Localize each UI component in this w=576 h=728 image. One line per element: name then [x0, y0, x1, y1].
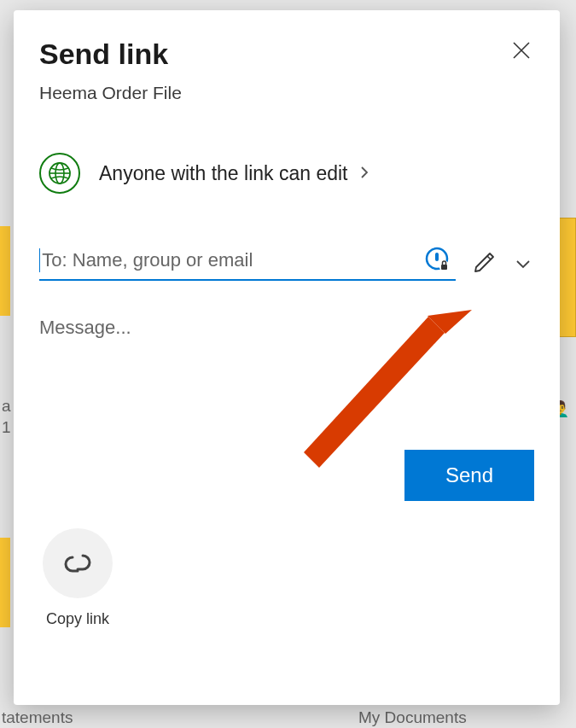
bg-text: My Documents	[358, 708, 467, 727]
send-row: Send	[39, 450, 534, 501]
chevron-down-icon	[515, 259, 531, 269]
copy-link-button[interactable]	[43, 528, 113, 598]
copy-link-section: Copy link	[39, 528, 116, 628]
close-button[interactable]	[509, 38, 534, 67]
copy-link-label: Copy link	[46, 610, 109, 628]
text-cursor	[39, 248, 40, 272]
pencil-icon	[471, 250, 497, 276]
recipients-field[interactable]	[39, 248, 456, 281]
dialog-title: Send link	[39, 38, 168, 71]
edit-permissions-button[interactable]	[471, 250, 497, 279]
bg-text: a	[2, 397, 11, 416]
svg-rect-4	[435, 253, 439, 261]
dialog-header: Send link	[39, 38, 534, 71]
recipients-row	[39, 248, 534, 281]
send-button[interactable]: Send	[404, 450, 534, 501]
file-name: Heema Order File	[39, 83, 534, 103]
chevron-right-icon	[360, 164, 369, 183]
permissions-dropdown[interactable]	[512, 253, 534, 276]
bg-folder-edge	[0, 538, 10, 627]
link-settings-row[interactable]: Anyone with the link can edit	[39, 153, 534, 194]
message-input[interactable]	[39, 317, 534, 361]
bg-text: tatements	[2, 708, 73, 727]
link-icon	[59, 549, 96, 578]
svg-line-7	[487, 256, 491, 259]
message-area	[39, 317, 534, 364]
outlook-lock-icon	[425, 247, 451, 276]
svg-rect-6	[441, 265, 447, 270]
link-settings-label: Anyone with the link can edit	[99, 162, 348, 185]
bg-folder-edge	[0, 226, 10, 316]
bg-text: 1	[2, 418, 11, 437]
recipients-input[interactable]	[42, 249, 456, 271]
close-icon	[512, 41, 531, 60]
share-dialog: Send link Heema Order File Anyone with t…	[14, 10, 560, 705]
globe-icon	[39, 153, 80, 194]
